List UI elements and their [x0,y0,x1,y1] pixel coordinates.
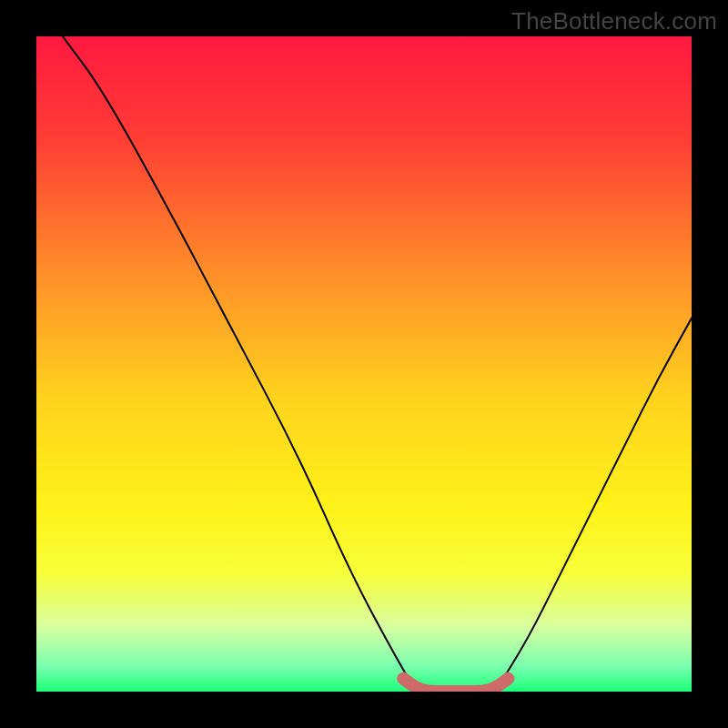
chart-frame: TheBottleneck.com [0,0,728,728]
chart-plot-area [36,36,692,692]
chart-svg [36,36,692,692]
gradient-background [36,36,692,692]
watermark-text: TheBottleneck.com [511,7,717,35]
